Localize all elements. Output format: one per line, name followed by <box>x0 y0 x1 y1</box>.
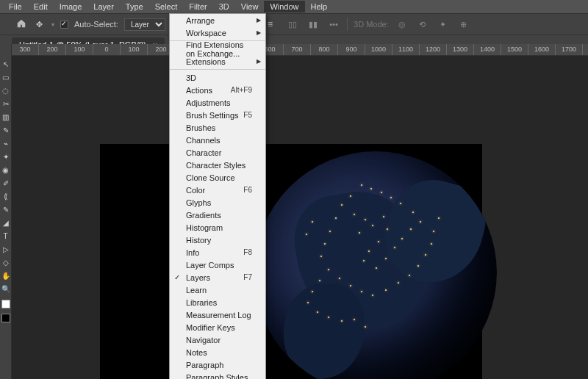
menu-item-find-extensions-on-exchange-[interactable]: Find Extensions on Exchange... <box>170 43 265 55</box>
more-icon[interactable]: ••• <box>326 17 341 32</box>
menu-view[interactable]: View <box>235 1 265 12</box>
tool-17[interactable]: 🔍 <box>1 284 11 295</box>
menu-item-brushes[interactable]: Brushes <box>170 121 265 134</box>
tool-1[interactable]: ▭ <box>1 72 11 83</box>
ruler-tick: 1700 <box>556 44 583 55</box>
menu-item-info[interactable]: InfoF8 <box>170 246 265 259</box>
align-icon-3[interactable]: ▮▮ <box>306 17 320 32</box>
tools-panel: ↖▭◌✂▥✎⌁✦◉✐⟪✎◢T▷◇✋🔍 <box>0 44 12 379</box>
tool-13[interactable]: T <box>1 231 11 242</box>
ruler-tick: 900 <box>338 44 365 55</box>
tool-5[interactable]: ✎ <box>1 125 11 136</box>
menu-filter[interactable]: Filter <box>183 1 212 12</box>
menu-item-paragraph-styles[interactable]: Paragraph Styles <box>170 371 265 379</box>
menu-item-adjustments[interactable]: Adjustments <box>170 96 265 109</box>
menu-item-character[interactable]: Character <box>170 146 265 159</box>
tool-6[interactable]: ⌁ <box>1 138 11 149</box>
tool-11[interactable]: ✎ <box>1 204 11 215</box>
foreground-swatch[interactable] <box>1 300 10 308</box>
menu-item-extensions[interactable]: Extensions▶ <box>170 55 265 68</box>
options-bar: ✥ ▾ Auto-Select: Layer Show Transform C … <box>0 13 588 35</box>
ruler-tick: 1500 <box>501 44 528 55</box>
ruler-tick: 1800 <box>583 44 588 55</box>
canvas[interactable] <box>100 144 482 379</box>
menu-3d[interactable]: 3D <box>213 1 235 12</box>
tool-0[interactable]: ↖ <box>1 59 11 70</box>
auto-select-label: Auto-Select: <box>74 20 118 29</box>
ruler-tick: 1300 <box>447 44 474 55</box>
menu-item-measurement-log[interactable]: Measurement Log <box>170 308 265 321</box>
tool-16[interactable]: ✋ <box>1 270 11 281</box>
tool-14[interactable]: ▷ <box>1 244 11 255</box>
menu-item-modifier-keys[interactable]: Modifier Keys <box>170 321 265 333</box>
menu-item-notes[interactable]: Notes <box>170 346 265 358</box>
tool-12[interactable]: ◢ <box>1 217 11 228</box>
canvas-area <box>12 56 588 379</box>
menu-item-learn[interactable]: Learn <box>170 284 265 296</box>
3d-icon-3[interactable]: ✦ <box>436 17 451 32</box>
menu-item-gradients[interactable]: Gradients <box>170 209 265 221</box>
ruler-horizontal: 3002001000100200300400500600700800900100… <box>12 44 588 56</box>
menu-image[interactable]: Image <box>54 1 88 12</box>
ruler-tick: 200 <box>39 44 66 55</box>
tool-10[interactable]: ⟪ <box>1 191 11 202</box>
dropdown-icon[interactable]: ▾ <box>51 21 54 28</box>
menubar: FileEditImageLayerTypeSelectFilter3DView… <box>0 0 588 13</box>
background-swatch[interactable] <box>1 314 10 322</box>
move-tool-icon[interactable]: ✥ <box>32 18 46 31</box>
menu-item-layers[interactable]: ✓LayersF7 <box>170 271 265 284</box>
ruler-tick: 100 <box>121 44 148 55</box>
menu-item-navigator[interactable]: Navigator <box>170 333 265 346</box>
menu-help[interactable]: Help <box>305 1 334 12</box>
align-icon[interactable] <box>265 17 279 32</box>
layer-select[interactable]: Layer <box>124 18 165 31</box>
home-icon[interactable] <box>16 18 26 30</box>
menu-item-history[interactable]: History <box>170 234 265 246</box>
menu-item-character-styles[interactable]: Character Styles <box>170 159 265 171</box>
menu-item-glyphs[interactable]: Glyphs <box>170 196 265 209</box>
menu-item-channels[interactable]: Channels <box>170 134 265 146</box>
3d-icon-1[interactable]: ◎ <box>395 17 409 32</box>
align-icon-2[interactable]: ▯▯ <box>285 17 300 32</box>
tool-8[interactable]: ◉ <box>1 165 11 176</box>
ruler-tick: 1600 <box>528 44 556 55</box>
ruler-tick: 1000 <box>365 44 392 55</box>
tool-2[interactable]: ◌ <box>1 85 11 96</box>
menu-layer[interactable]: Layer <box>87 1 120 12</box>
ruler-tick: 0 <box>93 44 121 55</box>
menu-file[interactable]: File <box>3 1 28 12</box>
menu-edit[interactable]: Edit <box>28 1 54 12</box>
separator <box>347 18 348 31</box>
menu-item-histogram[interactable]: Histogram <box>170 221 265 234</box>
ruler-tick: 1100 <box>392 44 420 55</box>
3d-icon-4[interactable]: ⊕ <box>456 17 471 32</box>
tool-9[interactable]: ✐ <box>1 178 11 189</box>
ruler-tick: 1200 <box>420 44 447 55</box>
tool-15[interactable]: ◇ <box>1 257 11 268</box>
3d-icon-2[interactable]: ⟲ <box>415 17 430 32</box>
ruler-tick: 800 <box>311 44 338 55</box>
menu-select[interactable]: Select <box>149 1 184 12</box>
menu-item-workspace[interactable]: Workspace▶ <box>170 26 265 39</box>
tool-3[interactable]: ✂ <box>1 98 11 109</box>
menu-item-brush-settings[interactable]: Brush SettingsF5 <box>170 109 265 121</box>
menu-type[interactable]: Type <box>120 1 149 12</box>
ruler-tick: 100 <box>66 44 93 55</box>
tool-7[interactable]: ✦ <box>1 151 11 162</box>
menu-item-clone-source[interactable]: Clone Source <box>170 171 265 184</box>
menu-item-arrange[interactable]: Arrange▶ <box>170 14 265 26</box>
menu-item-layer-comps[interactable]: Layer Comps <box>170 259 265 271</box>
menu-item-color[interactable]: ColorF6 <box>170 184 265 196</box>
menu-window[interactable]: Window <box>264 1 304 12</box>
menu-item-libraries[interactable]: Libraries <box>170 296 265 308</box>
ruler-tick: 700 <box>284 44 311 55</box>
tool-4[interactable]: ▥ <box>1 112 11 123</box>
menu-item-3d[interactable]: 3D <box>170 71 265 84</box>
earth-image <box>254 151 497 379</box>
auto-select-checkbox[interactable] <box>60 21 68 29</box>
ruler-tick: 300 <box>12 44 39 55</box>
menu-item-paragraph[interactable]: Paragraph <box>170 358 265 371</box>
window-menu-dropdown: Arrange▶Workspace▶Find Extensions on Exc… <box>169 13 266 379</box>
menu-item-actions[interactable]: ActionsAlt+F9 <box>170 84 265 96</box>
ruler-tick: 1400 <box>474 44 501 55</box>
